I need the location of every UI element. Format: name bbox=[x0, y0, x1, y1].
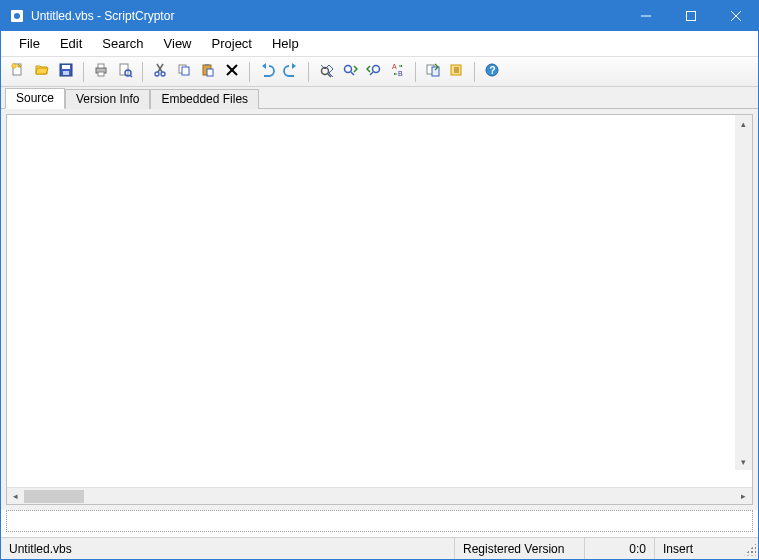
compile-icon bbox=[425, 62, 441, 81]
find-next-icon bbox=[342, 62, 358, 81]
tab-version-info[interactable]: Version Info bbox=[65, 89, 150, 109]
menu-help[interactable]: Help bbox=[262, 33, 309, 54]
new-file-icon bbox=[10, 62, 26, 81]
resize-grip[interactable] bbox=[740, 540, 758, 558]
svg-rect-9 bbox=[62, 65, 70, 69]
statusbar: Untitled.vbs Registered Version 0:0 Inse… bbox=[1, 537, 758, 559]
tab-embedded-files[interactable]: Embedded Files bbox=[150, 89, 259, 109]
editor-content[interactable]: ▴ ▾ bbox=[7, 115, 752, 487]
menu-edit[interactable]: Edit bbox=[50, 33, 92, 54]
svg-line-33 bbox=[370, 72, 373, 75]
svg-rect-22 bbox=[182, 67, 189, 75]
toolbar-separator bbox=[474, 62, 475, 82]
help-icon: ? bbox=[484, 62, 500, 81]
redo-button[interactable] bbox=[280, 61, 302, 83]
toolbar-separator bbox=[249, 62, 250, 82]
svg-point-1 bbox=[14, 13, 20, 19]
menu-project[interactable]: Project bbox=[202, 33, 262, 54]
print-icon bbox=[93, 62, 109, 81]
find-icon bbox=[318, 62, 334, 81]
svg-point-20 bbox=[161, 72, 165, 76]
status-cursor-position: 0:0 bbox=[585, 538, 655, 559]
svg-point-19 bbox=[155, 72, 159, 76]
scroll-down-icon[interactable]: ▾ bbox=[735, 453, 752, 470]
replace-icon: AB bbox=[390, 62, 406, 81]
vertical-scrollbar[interactable]: ▴ ▾ bbox=[735, 115, 752, 470]
find-next-button[interactable] bbox=[339, 61, 361, 83]
settings-icon bbox=[449, 62, 465, 81]
svg-rect-37 bbox=[432, 67, 439, 76]
svg-point-30 bbox=[345, 66, 352, 73]
delete-button[interactable] bbox=[221, 61, 243, 83]
help-button[interactable]: ? bbox=[481, 61, 503, 83]
svg-rect-13 bbox=[98, 72, 104, 76]
svg-rect-25 bbox=[207, 69, 213, 76]
print-preview-button[interactable] bbox=[114, 61, 136, 83]
svg-rect-24 bbox=[205, 64, 209, 66]
svg-line-31 bbox=[351, 72, 354, 75]
toolbar-separator bbox=[83, 62, 84, 82]
find-prev-icon bbox=[366, 62, 382, 81]
compile-button[interactable] bbox=[422, 61, 444, 83]
status-version: Registered Version bbox=[455, 538, 585, 559]
svg-text:B: B bbox=[398, 70, 403, 77]
print-preview-icon bbox=[117, 62, 133, 81]
settings-button[interactable] bbox=[446, 61, 468, 83]
save-icon bbox=[58, 62, 74, 81]
svg-point-7 bbox=[12, 64, 17, 69]
undo-icon bbox=[259, 62, 275, 81]
cut-button[interactable] bbox=[149, 61, 171, 83]
undo-button[interactable] bbox=[256, 61, 278, 83]
menubar: File Edit Search View Project Help bbox=[1, 31, 758, 57]
print-button[interactable] bbox=[90, 61, 112, 83]
find-prev-button[interactable] bbox=[363, 61, 385, 83]
minimize-button[interactable] bbox=[623, 1, 668, 31]
editor-area: ▴ ▾ ◂ ▸ bbox=[1, 109, 758, 510]
save-button[interactable] bbox=[55, 61, 77, 83]
paste-button[interactable] bbox=[197, 61, 219, 83]
menu-view[interactable]: View bbox=[154, 33, 202, 54]
toolbar-separator bbox=[142, 62, 143, 82]
copy-button[interactable] bbox=[173, 61, 195, 83]
toolbar: AB ? bbox=[1, 57, 758, 87]
replace-button[interactable]: AB bbox=[387, 61, 409, 83]
menu-file[interactable]: File bbox=[9, 33, 50, 54]
redo-icon bbox=[283, 62, 299, 81]
open-folder-icon bbox=[34, 62, 50, 81]
close-button[interactable] bbox=[713, 1, 758, 31]
svg-line-16 bbox=[130, 75, 132, 77]
window-title: Untitled.vbs - ScriptCryptor bbox=[31, 9, 623, 23]
vscroll-track[interactable] bbox=[735, 132, 752, 453]
svg-text:A: A bbox=[392, 63, 397, 70]
delete-icon bbox=[224, 62, 240, 81]
scroll-right-icon[interactable]: ▸ bbox=[735, 488, 752, 505]
horizontal-scrollbar[interactable]: ◂ ▸ bbox=[7, 487, 752, 504]
toolbar-separator bbox=[415, 62, 416, 82]
scroll-up-icon[interactable]: ▴ bbox=[735, 115, 752, 132]
open-button[interactable] bbox=[31, 61, 53, 83]
copy-icon bbox=[176, 62, 192, 81]
scroll-left-icon[interactable]: ◂ bbox=[7, 488, 24, 505]
grip-icon bbox=[744, 544, 756, 556]
window-controls bbox=[623, 1, 758, 31]
titlebar: Untitled.vbs - ScriptCryptor bbox=[1, 1, 758, 31]
hscroll-thumb[interactable] bbox=[24, 490, 84, 503]
svg-rect-3 bbox=[686, 12, 695, 21]
code-editor[interactable]: ▴ ▾ ◂ ▸ bbox=[6, 114, 753, 505]
tab-source[interactable]: Source bbox=[5, 88, 65, 109]
output-panel[interactable] bbox=[6, 510, 753, 532]
svg-point-32 bbox=[373, 66, 380, 73]
find-button[interactable] bbox=[315, 61, 337, 83]
status-filename: Untitled.vbs bbox=[1, 538, 455, 559]
tabstrip: Source Version Info Embedded Files bbox=[1, 87, 758, 109]
cut-icon bbox=[152, 62, 168, 81]
hscroll-track[interactable] bbox=[24, 488, 735, 504]
toolbar-separator bbox=[308, 62, 309, 82]
paste-icon bbox=[200, 62, 216, 81]
new-file-button[interactable] bbox=[7, 61, 29, 83]
menu-search[interactable]: Search bbox=[92, 33, 153, 54]
svg-text:?: ? bbox=[490, 65, 496, 76]
app-icon bbox=[9, 8, 25, 24]
maximize-button[interactable] bbox=[668, 1, 713, 31]
svg-rect-12 bbox=[98, 64, 104, 68]
